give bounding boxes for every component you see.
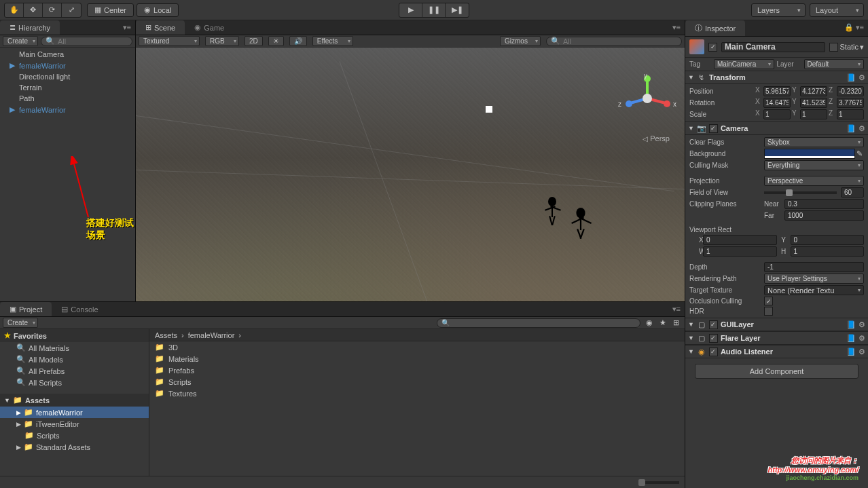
rotation-x-input[interactable] xyxy=(763,98,791,108)
breadcrumb-assets[interactable]: Assets xyxy=(155,331,177,339)
background-color-field[interactable] xyxy=(764,149,855,159)
guilayer-enabled-checkbox[interactable]: ✓ xyxy=(709,320,718,329)
project-create-dropdown[interactable]: Create xyxy=(3,318,38,328)
scale-z-input[interactable] xyxy=(837,109,864,119)
viewport-x-input[interactable] xyxy=(703,235,777,245)
help-icon[interactable]: 📘 xyxy=(846,348,856,356)
folder-prefabs[interactable]: 📁Prefabs xyxy=(149,364,685,376)
folder-scripts[interactable]: 📁Scripts xyxy=(149,376,685,388)
orientation-gizmo[interactable]: y x z xyxy=(623,75,671,122)
add-component-button[interactable]: Add Component xyxy=(695,364,858,379)
gear-icon[interactable]: ⚙ xyxy=(858,73,865,82)
pause-button[interactable]: ❚❚ xyxy=(422,3,446,17)
hierarchy-item-female-warrior-1[interactable]: ▶femaleWarrior xyxy=(0,60,135,71)
breadcrumb-femalewarrior[interactable]: femaleWarrior xyxy=(188,331,235,339)
expand-icon[interactable]: ▶ xyxy=(16,444,21,451)
favorite-all-models[interactable]: 🔍All Models xyxy=(0,354,149,365)
collapse-icon[interactable]: ▼ xyxy=(688,321,694,328)
help-icon[interactable]: 📘 xyxy=(846,73,856,82)
collapse-icon[interactable]: ▼ xyxy=(688,335,694,341)
viewport-h-input[interactable] xyxy=(791,246,865,257)
hierarchy-item-female-warrior-2[interactable]: ▶femaleWarrior xyxy=(0,104,135,115)
hierarchy-item-main-camera[interactable]: Main Camera xyxy=(0,49,135,60)
panel-menu-icon[interactable]: ▾≡ xyxy=(668,302,685,316)
gear-icon[interactable]: ⚙ xyxy=(858,124,865,133)
collapse-icon[interactable]: ▼ xyxy=(688,125,694,132)
occlusion-culling-checkbox[interactable]: ✓ xyxy=(764,297,773,305)
filter-icon[interactable]: ⊞ xyxy=(670,318,682,327)
rotation-y-input[interactable] xyxy=(800,98,827,108)
selection-handle[interactable] xyxy=(486,106,492,113)
panel-menu-icon[interactable]: ▾≡ xyxy=(668,20,685,35)
collapse-icon[interactable]: ▼ xyxy=(688,348,694,355)
scale-tool-icon[interactable]: ⤢ xyxy=(62,3,81,17)
project-search[interactable]: 🔍 xyxy=(437,318,640,328)
camera-component-header[interactable]: ▼ 📷 ✓ Camera 📘 ⚙ xyxy=(685,121,868,135)
help-icon[interactable]: 📘 xyxy=(846,320,856,329)
far-clip-input[interactable] xyxy=(784,210,864,221)
expand-icon[interactable]: ▶ xyxy=(16,421,21,428)
gizmos-dropdown[interactable]: Gizmos xyxy=(500,36,541,46)
guilayer-component-header[interactable]: ▼▢✓GUILayer📘⚙ xyxy=(685,318,868,331)
pivot-center-toggle[interactable]: ▦Center xyxy=(87,3,134,17)
filter-icon[interactable]: ◉ xyxy=(643,318,655,327)
help-icon[interactable]: 📘 xyxy=(846,334,856,343)
flarelayer-component-header[interactable]: ▼▢✓Flare Layer📘⚙ xyxy=(685,331,868,345)
rotation-z-input[interactable] xyxy=(837,98,864,108)
collapse-icon[interactable]: ▼ xyxy=(688,74,694,81)
panel-menu-icon[interactable]: 🔒 ▾≡ xyxy=(840,20,868,36)
gear-icon[interactable]: ⚙ xyxy=(858,334,865,343)
active-checkbox[interactable]: ✓ xyxy=(708,43,717,52)
favorite-all-prefabs[interactable]: 🔍All Prefabs xyxy=(0,365,149,377)
static-checkbox[interactable] xyxy=(829,43,838,52)
icon-size-slider[interactable] xyxy=(638,481,679,484)
scene-tab[interactable]: ⊞Scene xyxy=(136,20,185,35)
favorites-header[interactable]: ★Favorites xyxy=(0,329,149,342)
console-tab[interactable]: ▤Console xyxy=(52,302,107,316)
project-tab[interactable]: ▣Project xyxy=(0,302,52,316)
gameobject-icon[interactable] xyxy=(689,39,704,54)
move-tool-icon[interactable]: ✥ xyxy=(24,3,43,17)
step-button[interactable]: ▶❚ xyxy=(446,3,469,17)
transform-component-header[interactable]: ▼ ↯ Transform 📘 ⚙ xyxy=(685,71,868,84)
asset-folder-femalewarrior[interactable]: ▶📁femaleWarrior xyxy=(0,407,149,418)
tag-dropdown[interactable]: MainCamera xyxy=(714,59,774,69)
expand-icon[interactable]: ▶ xyxy=(10,105,16,114)
eyedropper-icon[interactable]: ✎ xyxy=(855,149,864,158)
gear-icon[interactable]: ⚙ xyxy=(858,348,865,356)
target-texture-field[interactable]: None (Render Textu xyxy=(764,285,864,295)
asset-folder-scripts[interactable]: 📁Scripts xyxy=(0,430,149,441)
position-x-input[interactable] xyxy=(763,86,791,96)
audio-toggle-icon[interactable]: 🔊 xyxy=(289,36,307,46)
folder-textures[interactable]: 📁Textures xyxy=(149,388,685,399)
scale-y-input[interactable] xyxy=(800,109,827,119)
fov-slider[interactable] xyxy=(764,191,837,194)
inspector-tab[interactable]: ⓘInspector xyxy=(685,20,745,36)
expand-icon[interactable]: ▼ xyxy=(4,397,10,404)
hierarchy-create-dropdown[interactable]: Create xyxy=(3,36,38,46)
camera-enabled-checkbox[interactable]: ✓ xyxy=(709,124,718,133)
hand-tool-icon[interactable]: ✋ xyxy=(5,3,24,17)
filter-icon[interactable]: ★ xyxy=(657,318,669,327)
favorite-all-materials[interactable]: 🔍All Materials xyxy=(0,342,149,354)
fov-input[interactable] xyxy=(841,187,864,198)
culling-mask-dropdown[interactable]: Everything xyxy=(764,160,864,170)
2d-toggle[interactable]: 2D xyxy=(245,36,263,46)
scale-x-input[interactable] xyxy=(763,109,791,119)
flarelayer-enabled-checkbox[interactable]: ✓ xyxy=(709,334,718,343)
expand-icon[interactable]: ▶ xyxy=(16,409,21,416)
position-z-input[interactable] xyxy=(837,86,864,96)
hierarchy-item-path[interactable]: Path xyxy=(0,93,135,104)
layer-dropdown[interactable]: Default xyxy=(804,59,865,69)
viewport-y-input[interactable] xyxy=(791,235,865,245)
audiolistener-enabled-checkbox[interactable]: ✓ xyxy=(709,348,718,356)
object-name-input[interactable] xyxy=(721,42,825,52)
projection-dropdown[interactable]: Perspective xyxy=(764,176,864,186)
static-dropdown-icon[interactable]: ▾ xyxy=(860,43,864,52)
hierarchy-item-directional-light[interactable]: Directional light xyxy=(0,71,135,82)
near-clip-input[interactable] xyxy=(784,199,864,209)
panel-menu-icon[interactable]: ▾≡ xyxy=(119,20,135,35)
folder-3d[interactable]: 📁3D xyxy=(149,341,685,353)
play-button[interactable]: ▶ xyxy=(399,3,422,17)
hierarchy-item-terrain[interactable]: Terrain xyxy=(0,82,135,93)
